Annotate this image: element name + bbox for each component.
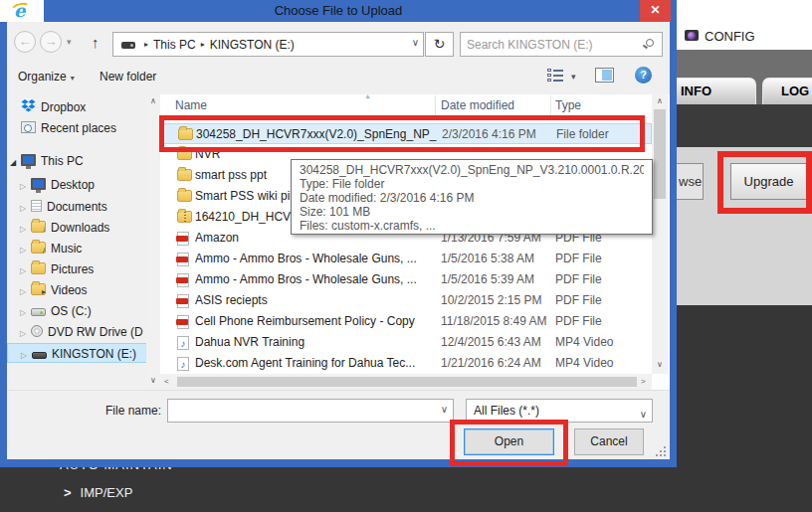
tooltip-title: 304258_DH_HCVR7xxx(V2.0)_SpnEng_NP_V3.21… — [300, 163, 644, 177]
breadcrumb-kingston[interactable]: KINGSTON (E:) — [210, 38, 295, 52]
caret-collapsed-icon[interactable]: ▷ — [17, 324, 29, 342]
scroll-up-icon[interactable]: ∧ — [146, 96, 160, 105]
resize-grip[interactable] — [654, 444, 666, 456]
column-header-type[interactable]: Type — [555, 94, 581, 116]
sidebar-item-recent-places[interactable]: Recent places — [7, 118, 146, 138]
browse-button[interactable]: wse — [677, 163, 704, 200]
combo-arrow-icon: ∨ — [640, 404, 647, 426]
scroll-right-icon[interactable]: > — [641, 377, 646, 386]
table-row[interactable]: Ammo - Ammo Bros - Wholesale Guns, ...1/… — [160, 269, 652, 290]
scrollbar-thumb[interactable] — [177, 377, 637, 387]
caret-collapsed-icon[interactable]: ▷ — [17, 303, 29, 321]
sort-ascending-icon: ▲ — [364, 92, 371, 99]
sidebar-scrollbar[interactable] — [146, 94, 160, 390]
ie-logo: e — [0, 0, 44, 22]
camera-icon — [685, 30, 699, 41]
pdf-icon — [177, 273, 189, 287]
videos-icon: ▸ — [31, 283, 46, 295]
folder-icon — [177, 190, 192, 202]
new-folder-button[interactable]: New folder — [100, 70, 156, 84]
caret-collapsed-icon[interactable]: ▷ — [17, 241, 29, 258]
caret-collapsed-icon[interactable]: ▷ — [17, 220, 29, 238]
sidebar-item-kingston[interactable]: ▷KINGSTON (E:) — [7, 343, 147, 363]
forward-button[interactable]: → — [40, 31, 62, 53]
sidebar-item-dvd-drive[interactable]: ▷DVD RW Drive (D — [7, 322, 146, 342]
dialog-title: Choose File to Upload — [0, 0, 677, 22]
breadcrumb-this-pc[interactable]: This PC — [153, 38, 196, 52]
caret-collapsed-icon[interactable]: ▷ — [17, 177, 29, 195]
sidebar-item-pictures[interactable]: ▷Pictures — [7, 259, 146, 279]
page-dark-area — [677, 305, 812, 512]
table-row[interactable]: Cell Phone Reimbursement Policy - Copy11… — [160, 311, 652, 332]
scroll-up-icon[interactable]: ∧ — [652, 96, 668, 105]
music-icon: ♪ — [31, 242, 46, 254]
tooltip-files: Files: custom-x.cramfs, ... — [300, 219, 644, 233]
column-header-date-modified[interactable]: Date modified — [441, 94, 514, 116]
screen: CONFIG INFO LOG wse Upgrade AUTO MAINTAI… — [0, 0, 812, 512]
pdf-icon — [177, 294, 189, 308]
dvd-icon — [31, 325, 43, 337]
recent-places-icon — [21, 121, 36, 133]
cancel-button[interactable]: Cancel — [574, 428, 644, 455]
scrollbar-thumb[interactable] — [654, 109, 666, 199]
close-button[interactable]: ✕ — [640, 0, 671, 22]
table-row[interactable]: ASIS reciepts10/2/2015 2:15 PMPDF File — [160, 290, 652, 311]
sidebar-item-desktop[interactable]: ▷Desktop — [7, 175, 146, 195]
sidebar-item-downloads[interactable]: ▷↓Downloads — [7, 218, 146, 238]
view-dropdown-icon[interactable]: ▾ — [571, 72, 576, 82]
scroll-down-icon[interactable]: ∨ — [146, 376, 160, 385]
sidebar-item-documents[interactable]: ▷Documents — [7, 197, 146, 217]
sidebar-item-music[interactable]: ▷♪Music — [7, 239, 146, 258]
scroll-left-icon[interactable]: < — [164, 377, 169, 386]
caret-collapsed-icon[interactable]: ▷ — [17, 261, 29, 279]
page-dark-band — [677, 104, 812, 147]
search-input[interactable] — [467, 35, 636, 54]
caret-expanded-icon[interactable]: ◢ — [7, 153, 19, 171]
sidebar-item-this-pc[interactable]: ◢This PC — [7, 151, 146, 171]
details-view-icon[interactable] — [547, 69, 563, 83]
annotation-box-open-button — [450, 420, 568, 466]
up-button[interactable]: ↑ — [92, 34, 100, 51]
preview-pane-icon[interactable] — [595, 68, 614, 83]
sidebar-item-dropbox[interactable]: Dropbox — [7, 97, 146, 117]
tooltip-size: Size: 101 MB — [300, 205, 644, 219]
drive-icon — [121, 42, 135, 49]
column-header-name[interactable]: Name — [175, 94, 207, 116]
computer-icon — [21, 154, 36, 166]
organize-button[interactable]: Organize▾ — [18, 70, 75, 84]
caret-collapsed-icon[interactable]: ▷ — [17, 282, 29, 300]
tab-info[interactable]: INFO — [677, 78, 756, 104]
table-row[interactable]: Ammo - Ammo Bros - Wholesale Guns, ...1/… — [160, 249, 652, 269]
scroll-down-icon[interactable]: ∨ — [652, 360, 668, 369]
browser-tab-config[interactable]: CONFIG — [705, 29, 755, 44]
pdf-icon — [177, 232, 189, 246]
pdf-icon — [177, 315, 189, 329]
combo-arrow-icon[interactable]: ∨ — [441, 404, 448, 415]
search-box — [460, 32, 663, 57]
dropbox-icon — [21, 98, 36, 110]
usb-drive-icon — [32, 352, 47, 359]
choose-file-dialog: Choose File to Upload e ✕ ← → ▾ ↑ ▸ This… — [0, 0, 677, 467]
breadcrumb-arrow-icon: ▸ — [196, 40, 210, 49]
tab-log[interactable]: LOG — [762, 78, 812, 104]
back-button[interactable]: ← — [14, 31, 36, 53]
table-row[interactable]: ♪Desk.com Agent Training for Dahua Tec..… — [160, 353, 652, 374]
menu-item-auto-maintain[interactable]: AUTO MAINTAIN — [60, 466, 318, 474]
breadcrumb[interactable]: ▸ This PC ▸ KINGSTON (E:) ∨ — [112, 32, 424, 57]
table-row[interactable]: ♪Dahua NVR Training12/4/2015 6:43 AMMP4 … — [160, 332, 652, 353]
sidebar-item-videos[interactable]: ▷▸Videos — [7, 280, 146, 300]
sidebar-item-os-c[interactable]: ▷OS (C:) — [7, 301, 146, 321]
address-dropdown-icon[interactable]: ∨ — [412, 37, 419, 48]
refresh-button[interactable]: ↻ — [425, 32, 454, 57]
search-icon[interactable] — [646, 39, 654, 47]
os-drive-icon — [31, 308, 46, 316]
help-icon[interactable]: ? — [635, 67, 652, 84]
file-name-input[interactable] — [172, 402, 429, 420]
caret-collapsed-icon[interactable]: ▷ — [18, 346, 30, 363]
desktop-icon — [31, 178, 46, 190]
recent-pages-dropdown-icon[interactable]: ▾ — [67, 37, 72, 47]
pictures-icon — [31, 262, 46, 274]
caret-collapsed-icon[interactable]: ▷ — [17, 199, 29, 217]
menu-item-imp-exp[interactable]: >IMP/EXP — [64, 485, 132, 500]
documents-icon — [31, 200, 42, 212]
